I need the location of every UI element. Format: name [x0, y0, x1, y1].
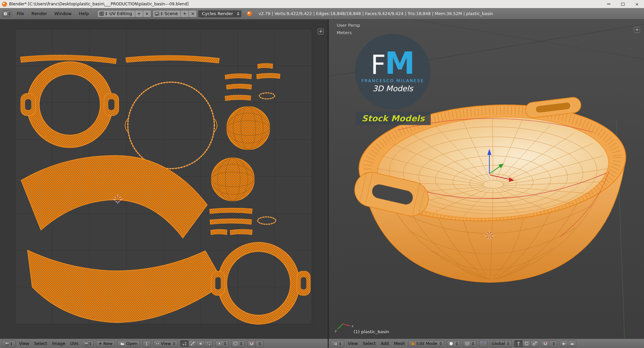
viewport-3d-icon	[333, 341, 338, 346]
manipulator-icon	[481, 341, 485, 346]
menu-render[interactable]: Render	[29, 8, 50, 19]
stock-models-banner: Stock Models	[356, 112, 431, 125]
viewport-3d-header: View Select Add Mesh Edit Mode	[329, 339, 644, 348]
uv-island-sphere-2[interactable]	[211, 158, 254, 201]
island-select-icon	[206, 341, 211, 346]
blender-logo-icon	[247, 11, 252, 16]
uv-island-sphere-1[interactable]	[227, 107, 270, 150]
uv-select-face-button[interactable]	[196, 340, 205, 347]
face-select-icon	[198, 341, 203, 346]
uv-region-expand-icon[interactable]: +	[318, 28, 324, 35]
plus-icon: +	[99, 341, 102, 346]
orientation-value: Global	[492, 341, 505, 346]
info-icon: i	[3, 11, 8, 16]
opengl-render-button[interactable]	[560, 340, 568, 347]
manipulator-toggle-button[interactable]	[479, 340, 487, 347]
rotate-icon	[524, 341, 529, 346]
shading-sphere-icon	[449, 341, 453, 346]
image-editor-icon	[5, 341, 9, 346]
scene-field[interactable]: Scene + ×	[153, 10, 197, 17]
close-button[interactable]: ×	[630, 0, 644, 8]
snap-toggle-button[interactable]	[541, 340, 549, 347]
vp-menu-select[interactable]: Select	[362, 341, 377, 346]
opengl-render-group	[560, 340, 576, 347]
new-image-button[interactable]: + New	[96, 340, 115, 347]
eye-icon	[155, 341, 160, 346]
sticky-select-icon	[217, 341, 222, 346]
scale-icon	[532, 341, 537, 346]
pin-icon	[144, 341, 149, 346]
vp-menu-add[interactable]: Add	[379, 341, 390, 346]
vp-menu-mesh[interactable]: Mesh	[392, 341, 406, 346]
mini-axis-gizmo: x y	[333, 314, 354, 335]
maximize-button[interactable]	[616, 0, 630, 8]
minimize-button[interactable]	[602, 0, 616, 8]
delete-scene-button[interactable]: ×	[189, 10, 197, 17]
uv-snap-toggle-button[interactable]	[247, 340, 256, 347]
uv-menu-uvs[interactable]: UVs	[69, 341, 79, 346]
edge-select-icon	[190, 341, 195, 346]
active-object-info: (1) plastic_basin	[354, 329, 389, 334]
proportional-edit-icon	[233, 341, 238, 346]
uv-selection-mode-group	[180, 340, 213, 347]
fm-initials: FM	[371, 51, 415, 76]
uv-image-editor-pane: + View Select Image UVs	[0, 19, 328, 348]
translate-manipulator-button[interactable]	[514, 340, 523, 347]
opengl-animation-button[interactable]	[568, 340, 576, 347]
add-scene-button[interactable]: +	[180, 10, 189, 17]
uv-menu-image[interactable]: Image	[51, 341, 66, 346]
folder-icon	[120, 341, 125, 346]
uv-menu-view[interactable]: View	[18, 341, 31, 346]
uv-island-small-strips-mid[interactable]	[210, 208, 252, 235]
uv-select-edge-button[interactable]	[188, 340, 197, 347]
rotate-manipulator-button[interactable]	[522, 340, 531, 347]
magnet-icon	[543, 341, 548, 346]
uv-select-vertex-button[interactable]	[180, 340, 189, 347]
pivot-icon	[465, 341, 470, 346]
uv-menu-select[interactable]: Select	[33, 341, 49, 346]
magnet-icon	[249, 341, 254, 346]
mode-value: Edit Mode	[416, 341, 437, 346]
edit-mode-icon	[411, 341, 415, 346]
sticky-selection-dropdown[interactable]	[215, 340, 229, 347]
open-image-button[interactable]: Open	[117, 340, 140, 347]
pivot-point-dropdown[interactable]	[463, 340, 477, 347]
uv-select-island-button[interactable]	[204, 340, 213, 347]
pin-image-button[interactable]	[143, 340, 151, 347]
uv-canvas[interactable]	[0, 19, 328, 339]
scale-manipulator-button[interactable]	[530, 340, 539, 347]
uv-snap-group	[247, 340, 264, 347]
menu-file[interactable]: File	[14, 8, 27, 19]
info-header: i File Render Window Help UV Editing + ×…	[0, 8, 644, 19]
mode-dropdown[interactable]: Edit Mode	[409, 340, 444, 347]
viewport-shading-dropdown[interactable]	[447, 340, 461, 347]
viewport-region-expand-icon[interactable]: +	[634, 27, 640, 33]
uv-editor-type-button[interactable]	[2, 340, 15, 347]
uv-snap-target-dropdown[interactable]	[255, 340, 264, 347]
blender-app-icon	[2, 2, 7, 7]
info-editor-type-button[interactable]: i	[3, 10, 11, 17]
scene-value: Scene	[163, 11, 181, 16]
menu-help[interactable]: Help	[76, 8, 92, 19]
clapper-icon	[570, 341, 575, 346]
window-title: Blender* [C:\Users\franc\Desktop\plastic…	[9, 2, 602, 6]
viewport-editor-type-button[interactable]	[331, 340, 344, 347]
screen-layout-icon	[99, 11, 104, 16]
browse-image-button[interactable]	[82, 340, 94, 347]
render-engine-value: Cycles Render	[199, 11, 236, 16]
scene-statistics: v2.79 | Verts:9,422/9,422 | Edges:18,848…	[259, 11, 493, 16]
snap-target-dropdown[interactable]	[549, 340, 557, 347]
fm-brand-label: 3D Models	[373, 84, 413, 93]
orientation-dropdown[interactable]: Global	[490, 340, 512, 347]
render-engine-dropdown[interactable]: Cycles Render	[198, 10, 241, 17]
delete-layout-button[interactable]: ×	[143, 10, 151, 17]
camera-icon	[562, 341, 567, 346]
screen-layout-field[interactable]: UV Editing + ×	[97, 10, 151, 17]
vp-menu-view[interactable]: View	[346, 341, 359, 346]
proportional-edit-dropdown[interactable]	[231, 340, 245, 347]
fm-watermark-logo: FM FRANCESCO MILANESE 3D Models	[355, 34, 431, 110]
menu-window[interactable]: Window	[51, 8, 74, 19]
screen-layout-value: UV Editing	[108, 11, 135, 16]
uv-view-mode-dropdown[interactable]: View	[153, 340, 178, 347]
add-layout-button[interactable]: +	[135, 10, 143, 17]
